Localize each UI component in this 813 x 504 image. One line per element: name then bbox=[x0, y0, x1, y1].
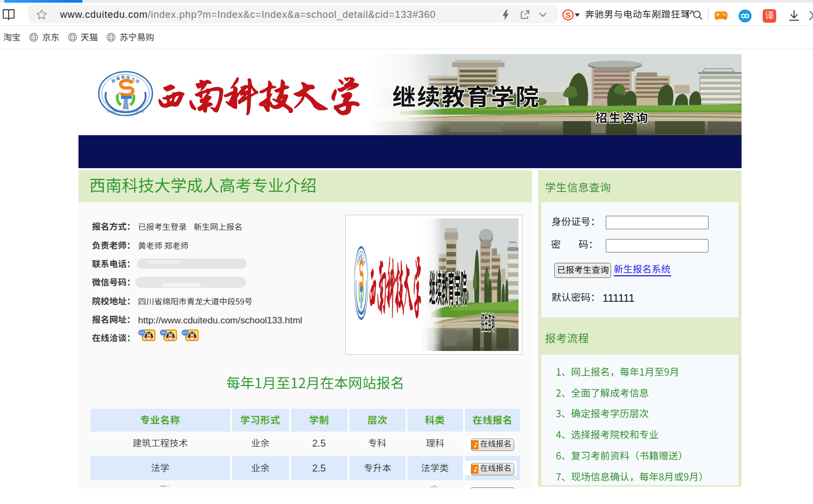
svg-text:南: 南 bbox=[115, 76, 120, 81]
svg-text:UNIVERSITY OF SCIENCE: UNIVERSITY OF SCIENCE bbox=[107, 110, 144, 113]
svg-text:UNIVERSITY OF SCIENCE: UNIVERSITY OF SCIENCE bbox=[356, 309, 366, 315]
svg-text:S: S bbox=[565, 10, 571, 19]
